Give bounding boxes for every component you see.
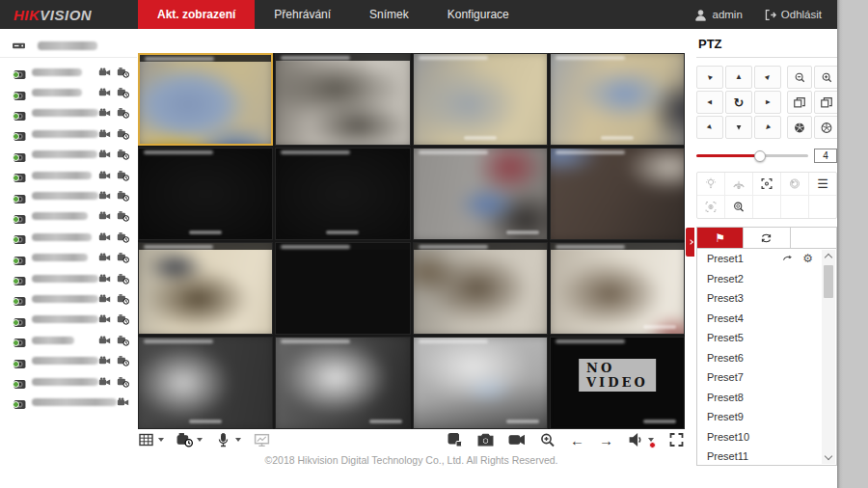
video-cell-10[interactable] [275,242,410,335]
schedule-icon[interactable] [117,170,129,181]
ptz-left-button[interactable]: ▲ [696,91,723,114]
schedule-icon[interactable] [117,67,129,78]
camera-row[interactable] [0,310,137,330]
camera-row[interactable] [0,371,137,392]
focus-far-button[interactable] [814,91,839,114]
auxiliary-focus-button[interactable] [697,196,724,218]
panel-collapse-handle[interactable] [686,228,694,257]
record-icon[interactable] [98,128,111,140]
schedule-icon[interactable] [117,313,129,325]
ptz-auto-scan-button[interactable]: ↻ [725,91,752,114]
camera-row[interactable] [0,392,137,412]
record-icon[interactable] [98,190,111,202]
camera-row[interactable] [0,103,137,123]
scroll-thumb[interactable] [824,265,833,298]
video-cell-16-no-video[interactable]: NO VIDEO [550,337,685,429]
ptz-right-button[interactable]: ▲ [754,91,781,114]
schedule-icon[interactable] [117,190,129,202]
preset-item-9[interactable]: Preset9 [697,407,836,427]
digital-zoom-button[interactable] [539,432,556,447]
video-cell-12[interactable] [550,242,685,335]
schedule-icon[interactable] [117,87,129,98]
tab-picture[interactable]: Snímek [350,0,428,29]
preset-item-8[interactable]: Preset8 [697,388,836,408]
video-cell-9[interactable] [138,242,273,335]
video-cell-8[interactable] [550,148,685,240]
capture-schedule-button[interactable] [176,432,203,447]
record-icon[interactable] [98,67,111,78]
video-cell-3[interactable] [413,53,548,146]
record-icon[interactable] [98,335,111,346]
camera-row[interactable] [0,268,137,288]
schedule-icon[interactable] [117,231,129,243]
ptz-speed-slider[interactable] [696,154,808,157]
preset-item-10[interactable]: Preset10 [697,427,836,447]
tab-playback[interactable]: Přehrávání [255,0,350,29]
manual-tracking-button[interactable] [724,196,752,218]
record-icon[interactable] [98,231,111,243]
stop-all-button[interactable] [447,432,463,447]
schedule-icon[interactable] [117,335,129,346]
camera-row[interactable] [0,185,137,205]
preset-scrollbar[interactable] [822,250,835,464]
camera-row[interactable] [0,123,137,144]
record-icon[interactable] [98,376,111,388]
user-menu[interactable]: admin [694,9,742,21]
record-icon[interactable] [98,293,111,305]
preset-item-4[interactable]: Preset4 [697,309,836,329]
iris-open-button[interactable] [814,116,839,139]
focus-near-button[interactable] [787,91,812,114]
next-page-button[interactable]: → [599,433,613,447]
schedule-icon[interactable] [117,107,129,119]
3d-positioning-button[interactable] [752,173,780,195]
record-icon[interactable] [117,396,129,408]
tab-configuration[interactable]: Konfigurace [428,0,529,29]
two-way-audio-button[interactable] [215,432,241,447]
call-preset-icon[interactable] [782,254,794,263]
wiper-button[interactable] [724,173,752,195]
camera-row[interactable] [0,145,137,165]
preset-item-5[interactable]: Preset5 [697,328,836,348]
tab-preset-active[interactable]: ⚑ [697,228,743,248]
record-button[interactable] [508,432,525,447]
camera-row[interactable] [0,227,137,247]
schedule-icon[interactable] [117,210,129,222]
menu-button[interactable]: ☰ [808,173,836,195]
video-cell-13[interactable] [138,337,273,429]
snapshot-button[interactable] [477,432,494,447]
video-cell-1-selected[interactable] [138,53,273,146]
ptz-down-left-button[interactable]: ▲ [696,116,723,139]
camera-row[interactable] [0,288,137,309]
video-cell-5[interactable] [138,148,273,240]
schedule-icon[interactable] [117,149,129,160]
ptz-up-right-button[interactable]: ▲ [754,66,781,89]
record-icon[interactable] [98,210,111,222]
ptz-down-right-button[interactable]: ▲ [754,116,781,139]
camera-row[interactable] [0,248,137,268]
logout-button[interactable]: Odhlásit [764,9,822,21]
slider-thumb[interactable] [754,150,766,162]
schedule-icon[interactable] [117,355,129,366]
preset-item-7[interactable]: Preset7 [697,367,836,388]
video-cell-11[interactable] [413,242,548,335]
scroll-up-icon[interactable] [825,254,832,261]
video-cell-14[interactable] [275,337,410,429]
schedule-icon[interactable] [117,273,129,285]
layout-grid-button[interactable] [138,432,164,447]
schedule-icon[interactable] [117,128,129,140]
video-cell-6[interactable] [275,148,410,240]
record-icon[interactable] [98,273,111,285]
preset-item-1[interactable]: Preset1 ⚙ [697,249,836,269]
preset-item-3[interactable]: Preset3 [697,288,836,309]
preset-item-11[interactable]: Preset11 [697,447,836,466]
ptz-up-left-button[interactable]: ▲ [696,66,723,89]
schedule-icon[interactable] [117,252,129,263]
record-icon[interactable] [98,252,111,263]
zoom-in-button[interactable] [814,66,839,89]
camera-row[interactable] [0,206,137,227]
tab-empty[interactable] [790,228,836,248]
video-cell-15[interactable] [413,337,548,429]
video-cell-2[interactable] [275,53,410,146]
schedule-icon[interactable] [117,376,129,388]
tab-live-view[interactable]: Akt. zobrazení [138,0,255,29]
